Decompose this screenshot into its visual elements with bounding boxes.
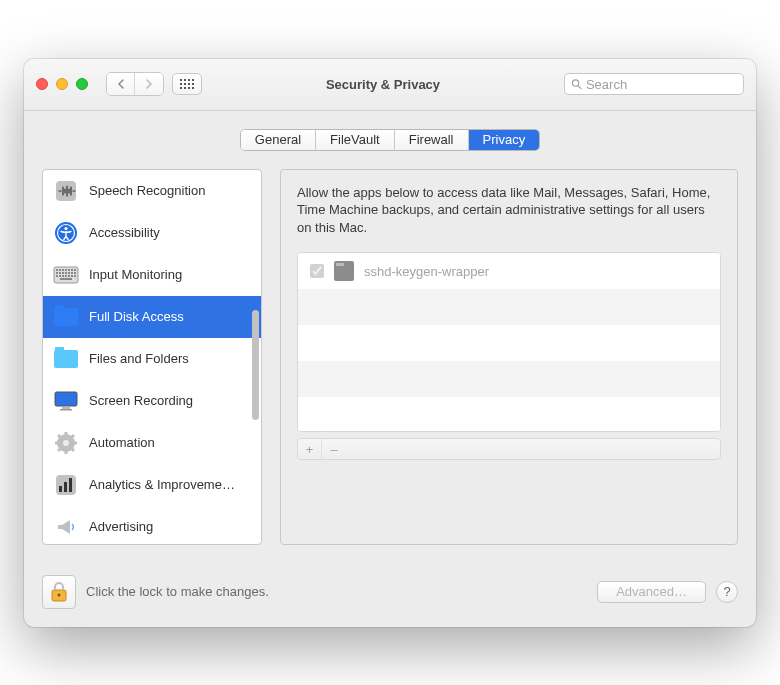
search-input[interactable] (586, 77, 737, 92)
folder-icon (53, 346, 79, 372)
accessibility-icon (53, 220, 79, 246)
minimize-button[interactable] (56, 78, 68, 90)
empty-row (298, 325, 720, 361)
sidebar-item-speech-recognition[interactable]: Speech Recognition (43, 170, 261, 212)
app-name: sshd-keygen-wrapper (364, 264, 489, 279)
lock-text: Click the lock to make changes. (86, 584, 587, 599)
close-button[interactable] (36, 78, 48, 90)
chevron-right-icon (145, 79, 153, 89)
tab-privacy[interactable]: Privacy (469, 130, 540, 150)
svg-rect-25 (74, 269, 76, 271)
sidebar-item-label: Automation (89, 435, 155, 450)
search-icon (571, 78, 582, 90)
sidebar-item-label: Analytics & Improveme… (89, 477, 235, 492)
app-row[interactable]: sshd-keygen-wrapper (298, 253, 720, 289)
gear-icon (53, 430, 79, 456)
svg-rect-9 (184, 87, 186, 89)
sidebar-item-label: Files and Folders (89, 351, 189, 366)
zoom-button[interactable] (76, 78, 88, 90)
svg-rect-19 (56, 269, 58, 271)
svg-rect-10 (188, 87, 190, 89)
svg-line-51 (71, 448, 74, 451)
help-button[interactable]: ? (716, 581, 738, 603)
megaphone-icon (53, 514, 79, 540)
chevron-left-icon (117, 79, 125, 89)
sidebar-item-input-monitoring[interactable]: Input Monitoring (43, 254, 261, 296)
tab-strip: General FileVault Firewall Privacy (240, 129, 540, 151)
sidebar-item-advertising[interactable]: Advertising (43, 506, 261, 544)
remove-button[interactable]: – (322, 439, 346, 459)
sidebar-item-full-disk-access[interactable]: Full Disk Access (43, 296, 261, 338)
sidebar-item-automation[interactable]: Automation (43, 422, 261, 464)
app-list: sshd-keygen-wrapper (297, 252, 721, 432)
svg-rect-38 (71, 275, 73, 277)
sound-wave-icon (53, 178, 79, 204)
tab-bar: General FileVault Firewall Privacy (42, 129, 738, 151)
svg-rect-32 (74, 272, 76, 274)
show-all-button[interactable] (172, 73, 202, 95)
empty-row (298, 361, 720, 397)
window-title: Security & Privacy (210, 77, 556, 92)
sidebar-item-analytics[interactable]: Analytics & Improveme… (43, 464, 261, 506)
sidebar-list[interactable]: Speech Recognition Accessibility Input M… (43, 170, 261, 544)
preferences-window: Security & Privacy General FileVault Fir… (24, 59, 756, 627)
analytics-icon (53, 472, 79, 498)
svg-rect-2 (188, 79, 190, 81)
detail-pane: Allow the apps below to access data like… (280, 169, 738, 545)
sidebar-scrollbar[interactable] (252, 310, 259, 420)
traffic-lights (36, 78, 88, 90)
svg-rect-1 (184, 79, 186, 81)
svg-rect-0 (180, 79, 182, 81)
svg-rect-56 (64, 482, 67, 492)
svg-rect-4 (180, 83, 182, 85)
tab-general[interactable]: General (241, 130, 316, 150)
footer: Click the lock to make changes. Advanced… (24, 563, 756, 627)
svg-point-17 (64, 226, 67, 229)
svg-line-52 (58, 448, 61, 451)
sidebar-item-label: Advertising (89, 519, 153, 534)
content-area: General FileVault Firewall Privacy Speec… (24, 111, 756, 563)
svg-rect-20 (59, 269, 61, 271)
svg-rect-5 (184, 83, 186, 85)
svg-rect-57 (69, 478, 72, 492)
lock-button[interactable] (42, 575, 76, 609)
nav-back-forward (106, 72, 164, 96)
app-checkbox[interactable] (310, 264, 324, 278)
svg-rect-6 (188, 83, 190, 85)
lock-icon (49, 581, 69, 603)
titlebar: Security & Privacy (24, 59, 756, 111)
empty-row (298, 289, 720, 325)
tab-filevault[interactable]: FileVault (316, 130, 395, 150)
advanced-button[interactable]: Advanced… (597, 581, 706, 603)
sidebar-item-accessibility[interactable]: Accessibility (43, 212, 261, 254)
svg-rect-33 (56, 275, 58, 277)
terminal-icon (334, 261, 354, 281)
back-button[interactable] (107, 73, 135, 95)
svg-rect-42 (62, 407, 70, 409)
svg-rect-36 (65, 275, 67, 277)
sidebar-item-files-and-folders[interactable]: Files and Folders (43, 338, 261, 380)
svg-rect-55 (59, 486, 62, 492)
sidebar-item-label: Speech Recognition (89, 183, 205, 198)
forward-button[interactable] (135, 73, 163, 95)
tab-firewall[interactable]: Firewall (395, 130, 469, 150)
sidebar-item-label: Screen Recording (89, 393, 193, 408)
panel: Speech Recognition Accessibility Input M… (42, 169, 738, 545)
svg-line-53 (71, 435, 74, 438)
svg-rect-29 (65, 272, 67, 274)
svg-rect-23 (68, 269, 70, 271)
svg-rect-22 (65, 269, 67, 271)
svg-rect-24 (71, 269, 73, 271)
svg-rect-11 (192, 87, 194, 89)
sidebar-item-screen-recording[interactable]: Screen Recording (43, 380, 261, 422)
svg-line-50 (58, 435, 61, 438)
search-field[interactable] (564, 73, 744, 95)
sidebar-item-label: Accessibility (89, 225, 160, 240)
keyboard-icon (53, 262, 79, 288)
svg-rect-8 (180, 87, 182, 89)
svg-rect-41 (55, 392, 77, 406)
svg-rect-28 (62, 272, 64, 274)
add-button[interactable]: + (298, 439, 322, 459)
svg-rect-34 (59, 275, 61, 277)
sidebar-item-label: Input Monitoring (89, 267, 182, 282)
